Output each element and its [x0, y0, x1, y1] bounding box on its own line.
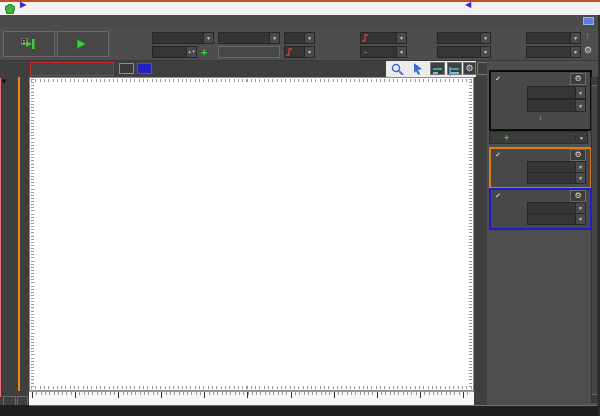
trigger-level-marker[interactable]: ◀ — [465, 0, 471, 9]
channel2-range-select[interactable]: ▼ — [527, 213, 586, 225]
buffer-add-icon[interactable]: + — [201, 46, 207, 58]
chevron-down-icon[interactable]: ▼ — [575, 100, 585, 111]
channel1-checkbox[interactable]: ✓ — [495, 151, 501, 159]
scrollbar-top-cap[interactable] — [592, 78, 597, 86]
x-cursor-line[interactable] — [0, 78, 1, 397]
lcondition-select[interactable]: − ▼ — [360, 46, 407, 58]
scrollbar-bottom-cap[interactable] — [592, 394, 597, 402]
channel2-group: ✓ ⚙ ▼ ▼ — [489, 188, 592, 230]
trigger-auto-select[interactable]: ▼ — [218, 32, 280, 44]
chevron-down-icon[interactable]: ▼ — [304, 47, 314, 57]
channel1-group: ✓ ⚙ ▼ ▼ — [489, 147, 592, 189]
measure-horizontal-button[interactable] — [430, 62, 445, 75]
holdoff-combo[interactable]: ▼ — [526, 46, 581, 58]
plot-ticks-right — [469, 79, 472, 389]
time-scroll-down-icon[interactable]: ↓ — [491, 112, 590, 122]
single-button[interactable]: 1 — [3, 31, 55, 57]
chevron-down-icon[interactable]: ▼ — [203, 33, 213, 43]
chevron-down-icon[interactable]: ▼ — [575, 87, 585, 98]
window-bottom-strip — [0, 405, 600, 416]
buffer-position-bar — [29, 405, 597, 406]
chevron-down-icon[interactable]: ▼ — [575, 203, 585, 213]
channels-panel: ✓ ⚙ ▼ ▼ ↓ + ▼ — [487, 61, 598, 405]
panel-scrollbar[interactable] — [591, 77, 598, 403]
measure-vertical-button[interactable] — [447, 62, 462, 75]
chevron-down-icon[interactable]: ▼ — [570, 33, 580, 43]
svg-text:1: 1 — [22, 39, 25, 45]
time-ruler[interactable] — [29, 391, 474, 405]
dock-window-icon[interactable] — [583, 17, 594, 25]
plus-icon: + — [504, 133, 509, 143]
chevron-down-icon[interactable]: ▼ — [396, 47, 406, 57]
level-combo[interactable]: ▼ — [437, 32, 491, 44]
chevron-down-icon[interactable]: ▼ — [575, 214, 585, 224]
hyst-select[interactable]: ▼ — [526, 32, 581, 44]
edge-icon — [286, 48, 293, 56]
y-axis-line — [18, 77, 20, 391]
buffer-stepper[interactable]: ▲▼ — [152, 46, 197, 58]
spinner-arrows-icon[interactable]: ▲▼ — [186, 47, 196, 57]
channel2-offset-marker[interactable]: ▶ — [20, 0, 26, 9]
chevron-down-icon[interactable]: ▼ — [480, 33, 490, 43]
time-group: ✓ ⚙ ▼ ▼ ↓ — [489, 70, 592, 131]
chevron-down-icon[interactable]: ▼ — [575, 173, 585, 183]
base-select[interactable]: ▼ — [527, 99, 586, 112]
rising-edge-icon — [362, 34, 369, 42]
plot-ticks-left — [31, 79, 34, 389]
plot-ticks-top — [31, 79, 472, 82]
plot-settings-gear-icon[interactable]: ⚙ — [463, 62, 476, 75]
title-bar[interactable] — [0, 2, 600, 15]
add-channel-button[interactable]: + ▼ — [489, 131, 588, 144]
auto-set-button[interactable] — [218, 46, 280, 58]
channel1-range-select[interactable]: ▼ — [527, 172, 586, 184]
measure-lines-icon — [431, 66, 444, 77]
waveform-plot[interactable] — [29, 77, 474, 391]
time-gear-icon[interactable]: ⚙ — [570, 73, 586, 85]
run-icon — [76, 38, 87, 50]
chevron-down-icon[interactable]: ▼ — [575, 162, 585, 172]
position-select[interactable]: ▼ — [527, 86, 586, 99]
measure-lines2-icon — [448, 66, 461, 77]
chevron-down-icon[interactable]: ▼ — [269, 33, 279, 43]
chevron-down-icon[interactable]: ▼ — [304, 33, 314, 43]
less-icon: − — [363, 49, 367, 56]
chevron-down-icon[interactable]: ▼ — [480, 47, 490, 57]
chevron-down-icon[interactable]: ▼ — [575, 135, 587, 141]
mode-select[interactable]: ▼ — [152, 32, 214, 44]
cursor-pointer-icon[interactable] — [412, 63, 424, 75]
stop-button[interactable] — [30, 62, 114, 76]
channel1-badge[interactable] — [119, 63, 134, 74]
arrow-up-icon[interactable]: ↑ — [585, 30, 590, 41]
time-checkbox[interactable]: ✓ — [495, 75, 501, 83]
single-icon: 1 — [21, 38, 35, 50]
menu-bar — [0, 15, 600, 27]
chevron-down-icon[interactable]: ▼ — [570, 47, 580, 57]
ruler-major-ticks — [32, 392, 471, 398]
channel2-badge[interactable] — [137, 63, 152, 74]
trigger-gear-icon[interactable]: ⚙ — [584, 45, 592, 55]
channel2-gear-icon[interactable]: ⚙ — [570, 190, 586, 202]
waveforms-window: 1 ▼ ▲▼ + ▼ ▼ — [0, 0, 600, 416]
length-combo[interactable]: ▼ — [437, 46, 491, 58]
condition-select[interactable]: ▼ — [360, 32, 407, 44]
source-select[interactable]: ▼ — [284, 32, 315, 44]
channel1-gear-icon[interactable]: ⚙ — [570, 149, 586, 161]
zoom-icon[interactable] — [391, 63, 404, 75]
scope-toolbar: 1 ▼ ▲▼ + ▼ ▼ — [0, 27, 600, 61]
plot-ticks-bottom — [31, 386, 472, 389]
chevron-down-icon[interactable]: ▼ — [396, 33, 406, 43]
trigger-position-marker[interactable]: ▼ — [0, 77, 8, 86]
waveform-canvas[interactable] — [30, 78, 473, 390]
channel2-checkbox[interactable]: ✓ — [495, 192, 501, 200]
waveforms-logo-icon — [5, 4, 15, 14]
run-button[interactable] — [57, 31, 109, 57]
type-select[interactable]: ▼ — [284, 46, 315, 58]
